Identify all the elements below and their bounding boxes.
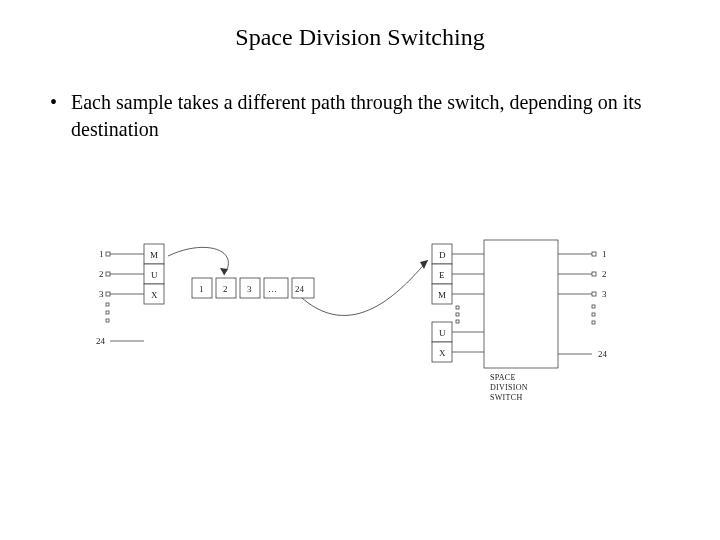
svg-rect-28 <box>592 321 595 324</box>
demux-cell-label: U <box>439 328 446 338</box>
svg-rect-26 <box>592 305 595 308</box>
mux-cell-label: M <box>150 250 158 260</box>
buffer-cell-label: 3 <box>247 284 252 294</box>
buffer-cell-label: 24 <box>295 284 305 294</box>
bullet-marker: • <box>50 89 57 116</box>
buffer-cell-label: … <box>268 284 277 294</box>
svg-rect-21 <box>592 252 596 256</box>
buffer-cell-label: 2 <box>223 284 228 294</box>
left-input-label: 24 <box>96 336 106 346</box>
svg-rect-0 <box>106 252 110 256</box>
arrow-path <box>302 260 428 315</box>
slide-title: Space Division Switching <box>0 24 720 51</box>
right-output-label: 2 <box>602 269 607 279</box>
svg-rect-13 <box>456 313 459 316</box>
svg-rect-7 <box>106 311 109 314</box>
buffer-cell-label: 1 <box>199 284 204 294</box>
svg-rect-23 <box>592 272 596 276</box>
svg-rect-2 <box>106 272 110 276</box>
space-division-switch <box>484 240 558 368</box>
bullet-item: • Each sample takes a different path thr… <box>50 89 680 143</box>
switch-caption-line: SWITCH <box>490 393 522 402</box>
left-input-label: 2 <box>99 269 104 279</box>
right-output-label: 1 <box>602 249 607 259</box>
arrow-path <box>168 247 228 275</box>
switch-caption-line: DIVISION <box>490 383 528 392</box>
svg-rect-25 <box>592 292 596 296</box>
right-output-label: 24 <box>598 349 608 359</box>
demux-cell-label: D <box>439 250 446 260</box>
bullet-text: Each sample takes a different path throu… <box>71 89 680 143</box>
svg-rect-8 <box>106 319 109 322</box>
mux-cell-label: U <box>151 270 158 280</box>
svg-rect-27 <box>592 313 595 316</box>
svg-rect-12 <box>456 306 459 309</box>
demux-cell-label: M <box>438 290 446 300</box>
right-output-label: 3 <box>602 289 607 299</box>
svg-rect-6 <box>106 303 109 306</box>
diagram: 1 2 3 24 M U X 1 2 3 … 24 D E M U X <box>96 230 636 410</box>
svg-rect-4 <box>106 292 110 296</box>
left-input-label: 1 <box>99 249 104 259</box>
svg-rect-14 <box>456 320 459 323</box>
demux-cell-label: E <box>439 270 445 280</box>
svg-marker-10 <box>220 268 228 275</box>
demux-cell-label: X <box>439 348 446 358</box>
mux-cell-label: X <box>151 290 158 300</box>
left-input-label: 3 <box>99 289 104 299</box>
switch-caption-line: SPACE <box>490 373 516 382</box>
